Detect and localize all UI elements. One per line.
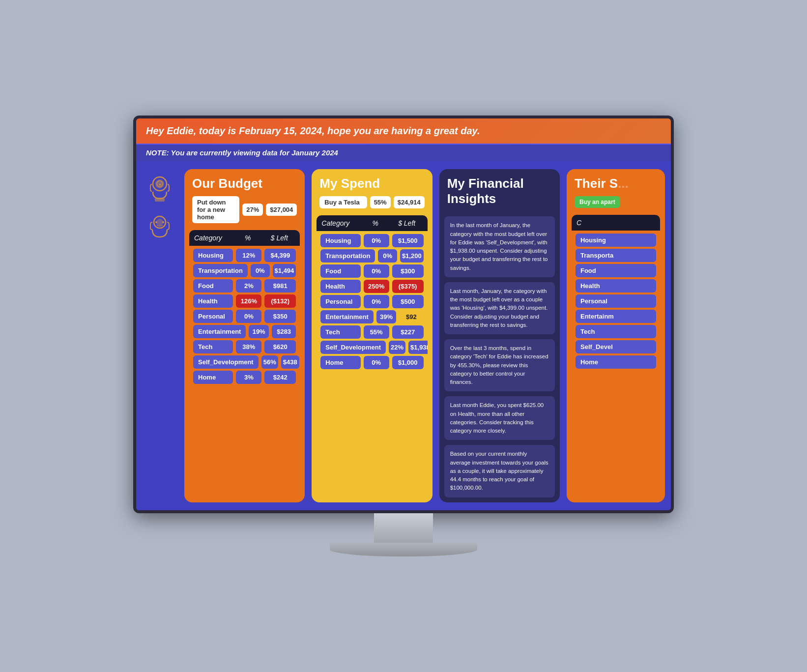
budget-cell-amount: $981 (264, 279, 296, 292)
budget-col-pct: % (235, 234, 260, 242)
spend-cell-amount: $1,200 (400, 249, 424, 263)
spend-cell-category: Entertainment (320, 310, 373, 323)
their-cell-category: Health (576, 279, 656, 292)
budget-cell-amount: $1,494 (273, 264, 296, 277)
budget-table-body: Housing 12% $4,399 Transportation 0% $1,… (189, 246, 300, 387)
spend-cell-category: Tech (320, 325, 360, 339)
their-table-row: Personal (572, 294, 660, 308)
spend-table-row: Transportation 0% $1,200 (317, 249, 427, 263)
spend-cell-pct: 55% (364, 325, 389, 339)
their-table-body: HousingTransportaFoodHealthPersonalEnter… (572, 231, 660, 372)
budget-table-row: Food 2% $981 (189, 279, 300, 292)
spend-table-row: Self_Development 22% $1,938 (317, 341, 427, 354)
budget-goal-label: Put down for a new home (192, 196, 239, 223)
budget-cell-pct: 19% (249, 325, 269, 338)
monitor-stand-neck (374, 513, 433, 543)
budget-cell-pct: 0% (236, 310, 261, 323)
avatar-astronaut-icon: ★ (145, 174, 174, 204)
svg-point-7 (155, 221, 157, 223)
insights-body: In the last month of January, the catego… (439, 216, 560, 502)
their-table-row: Health (572, 279, 660, 292)
budget-cell-amount: $438 (281, 355, 299, 369)
budget-table-row: Housing 12% $4,399 (189, 249, 300, 262)
spend-cell-amount: $1,500 (392, 234, 424, 247)
svg-point-6 (156, 219, 163, 226)
spend-cell-pct: 39% (376, 310, 397, 323)
budget-cell-pct: 12% (236, 249, 261, 262)
insight-card: Last month Eddie, you spent $625.00 on H… (444, 396, 555, 440)
spend-table-row: Entertainment 39% $92 (317, 310, 427, 323)
budget-cell-amount: $4,399 (264, 249, 296, 262)
spend-table-row: Food 0% $300 (317, 264, 427, 278)
their-goal-label: Buy an apart (575, 196, 620, 208)
spend-table-row: Tech 55% $227 (317, 325, 427, 339)
budget-panel: Our Budget Put down for a new home 27% $… (184, 169, 305, 502)
their-cell-category: Transporta (576, 249, 656, 262)
budget-panel-title: Our Budget (192, 176, 297, 191)
their-table-header: C (572, 215, 660, 231)
their-table-row: Self_Devel (572, 340, 660, 353)
note-text: NOTE: You are currently viewing data for… (146, 148, 338, 157)
budget-cell-pct: 2% (236, 279, 261, 292)
budget-table-row: Self_Development 56% $438 (189, 355, 300, 369)
svg-text:★: ★ (158, 182, 162, 187)
their-cell-category: Personal (576, 294, 656, 308)
their-table-row: Home (572, 355, 660, 369)
their-cell-category: Entertainm (576, 310, 656, 323)
budget-col-left: $ Left (263, 234, 295, 242)
budget-goal-amount: $27,004 (266, 204, 297, 216)
budget-goal-pct: 27% (242, 204, 263, 216)
their-cell-category: Housing (576, 234, 656, 247)
budget-cell-category: Housing (193, 249, 233, 262)
their-cell-category: Food (576, 264, 656, 277)
budget-table-row: Tech 38% $620 (189, 340, 300, 353)
budget-cell-category: Entertainment (193, 325, 246, 338)
budget-cell-amount: $283 (272, 325, 296, 338)
spend-table-row: Personal 0% $500 (317, 295, 427, 308)
insights-panel-header: My Financial Insights (439, 169, 560, 216)
spend-goal-row: Buy a Tesla 55% $24,914 (319, 196, 424, 208)
insights-panel: My Financial Insights In the last month … (439, 169, 560, 502)
spend-col-category: Category (321, 219, 359, 227)
spend-cell-category: Transportation (320, 249, 375, 263)
their-table-row: Transporta (572, 249, 660, 262)
their-panel: Their S... Buy an apart C HousingTranspo… (567, 169, 665, 502)
spend-goal-amount: $24,914 (394, 196, 425, 208)
spend-cell-amount: $500 (392, 295, 424, 308)
budget-cell-category: Self_Development (193, 355, 259, 369)
spend-cell-amount: $1,000 (392, 356, 424, 369)
their-table-row: Tech (572, 325, 660, 338)
spend-cell-category: Personal (320, 295, 360, 308)
their-panel-title: Their S... (575, 176, 657, 191)
spend-cell-pct: 0% (364, 356, 389, 369)
budget-table: Category % $ Left Housing 12% $4,399 Tra… (189, 230, 300, 387)
spend-table-row: Housing 0% $1,500 (317, 234, 427, 247)
budget-cell-pct: 3% (236, 371, 261, 384)
spend-cell-category: Home (320, 356, 360, 369)
their-cell-category: Tech (576, 325, 656, 338)
their-cell-category: Self_Devel (576, 340, 656, 353)
spend-goal-label: Buy a Tesla (319, 196, 367, 208)
monitor-stand-base (330, 543, 477, 556)
insight-card: Over the last 3 months, spend in categor… (444, 339, 555, 391)
budget-cell-category: Health (193, 294, 233, 308)
spend-cell-pct: 0% (364, 234, 389, 247)
spend-panel-title: My Spend (319, 176, 424, 191)
sidebar: ★ (142, 169, 177, 502)
budget-cell-amount: $620 (264, 340, 296, 353)
main-content: ★ Our Budget Put down (136, 161, 671, 510)
budget-cell-amount: $242 (264, 371, 296, 384)
budget-panel-header: Our Budget Put down for a new home 27% $… (184, 169, 305, 230)
their-table-row: Housing (572, 234, 660, 247)
spend-table: Category % $ Left Housing 0% $1,500 Tran… (317, 215, 427, 372)
budget-cell-category: Transportation (193, 264, 248, 277)
their-table-row: Entertainm (572, 310, 660, 323)
budget-cell-category: Personal (193, 310, 233, 323)
svg-point-8 (162, 221, 164, 223)
their-goal-row: Buy an apart (575, 196, 657, 208)
spend-col-pct: % (363, 219, 388, 227)
greeting-text: Hey Eddie, today is February 15, 2024, h… (146, 125, 480, 136)
spend-table-header: Category % $ Left (317, 215, 427, 231)
spend-cell-category: Health (320, 280, 360, 293)
spend-panel-header: My Spend Buy a Tesla 55% $24,914 (312, 169, 432, 215)
